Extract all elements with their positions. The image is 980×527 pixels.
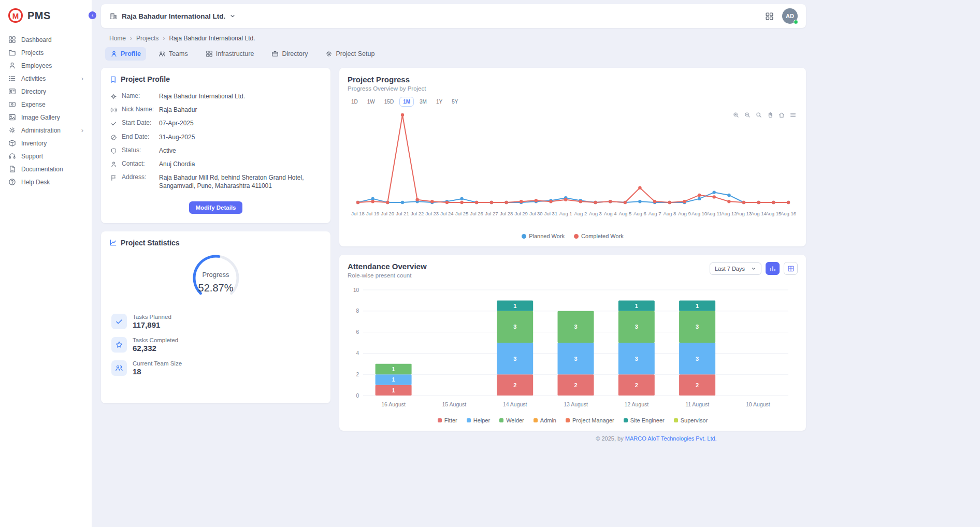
tab-directory[interactable]: Directory: [266, 47, 313, 61]
svg-text:Aug 6: Aug 6: [633, 211, 646, 216]
menu-icon[interactable]: [789, 111, 797, 119]
field-label: Nick Name:: [122, 106, 155, 113]
company-link[interactable]: MARCO AIoT Technologies Pvt. Ltd.: [625, 435, 717, 442]
legend-item[interactable]: Project Manager: [566, 417, 614, 423]
sidebar-item-inventory[interactable]: Inventory: [0, 137, 92, 150]
svg-text:Aug 12: Aug 12: [721, 211, 737, 216]
chart-toolbar: [732, 111, 797, 119]
svg-text:Aug 15: Aug 15: [766, 211, 781, 216]
svg-text:3: 3: [635, 356, 638, 362]
dashboard-icon: [8, 36, 16, 43]
sidebar-item-activities[interactable]: Activities ›: [0, 72, 92, 85]
team-icon: [111, 360, 127, 376]
progress-gauge: Progress 52.87%: [188, 252, 244, 306]
user-avatar[interactable]: AD: [782, 8, 798, 24]
company-name: Raja Bahadur International Ltd.: [122, 12, 225, 20]
tab-profile[interactable]: Profile: [105, 47, 146, 61]
progress-line-chart[interactable]: Jul 18Jul 19Jul 20Jul 21Jul 22Jul 23Jul …: [348, 109, 796, 229]
legend-label: Admin: [540, 417, 556, 423]
check-square-icon: [111, 314, 127, 329]
zoom-in-icon[interactable]: [732, 111, 740, 119]
legend-label: Completed Work: [581, 233, 624, 239]
sidebar: M PMS Dashboard Projects Employees Activ…: [0, 0, 92, 527]
table-view-button[interactable]: [784, 262, 798, 275]
range-15d-button[interactable]: 15D: [381, 97, 397, 107]
modify-details-button[interactable]: Modify Details: [189, 201, 243, 214]
svg-text:14 August: 14 August: [503, 401, 527, 407]
range-3m-button[interactable]: 3M: [416, 97, 430, 107]
help-icon: [8, 178, 16, 186]
home-icon[interactable]: [778, 111, 785, 119]
sidebar-item-dashboard[interactable]: Dashboard: [0, 33, 92, 46]
sidebar-item-directory[interactable]: Directory: [0, 85, 92, 98]
range-1d-button[interactable]: 1D: [348, 97, 362, 107]
tab-teams[interactable]: Teams: [153, 47, 193, 61]
svg-text:Aug 5: Aug 5: [618, 211, 631, 216]
legend-item[interactable]: Site Engineer: [624, 417, 665, 423]
range-1y-button[interactable]: 1Y: [433, 97, 446, 107]
sidebar-item-documentation[interactable]: Documentation: [0, 163, 92, 175]
stat-tasks-completed: Tasks Completed 62,332: [111, 337, 320, 353]
svg-text:1: 1: [392, 376, 395, 383]
svg-text:Jul 18: Jul 18: [351, 211, 364, 216]
app-logo[interactable]: M PMS: [0, 6, 92, 33]
legend-item[interactable]: Completed Work: [574, 233, 624, 239]
legend-item[interactable]: Helper: [467, 417, 490, 423]
sidebar-item-label: Employees: [21, 62, 83, 69]
legend-marker: [467, 418, 471, 422]
legend-item[interactable]: Supervisor: [674, 417, 708, 423]
range-1m-button[interactable]: 1M: [399, 97, 414, 107]
progress-legend: Planned WorkCompleted Work: [348, 233, 798, 239]
profile-field-address: Address: Raja Bahadur Mill Rd, behind Sh…: [109, 171, 322, 193]
legend-item[interactable]: Welder: [499, 417, 524, 423]
breadcrumb-home[interactable]: Home: [109, 35, 126, 42]
svg-text:Jul 21: Jul 21: [396, 211, 409, 216]
zoom-selection-icon[interactable]: [755, 111, 762, 119]
sidebar-collapse-button[interactable]: ‹: [88, 11, 97, 20]
svg-text:Aug 14: Aug 14: [751, 211, 767, 216]
pan-hand-icon[interactable]: [767, 111, 774, 119]
sidebar-item-projects[interactable]: Projects: [0, 46, 92, 59]
attendance-bar-chart: 024681016 August11115 August14 August233…: [348, 285, 796, 413]
field-label: Start Date:: [122, 119, 155, 126]
chevron-down-icon: [751, 266, 756, 271]
svg-text:10 August: 10 August: [746, 401, 770, 407]
svg-text:Jul 22: Jul 22: [411, 211, 424, 216]
sidebar-item-help-desk[interactable]: Help Desk: [0, 175, 92, 188]
stat-label: Tasks Planned: [133, 314, 171, 320]
legend-item[interactable]: Fitter: [438, 417, 457, 423]
date-range-select[interactable]: Last 7 Days: [710, 262, 761, 275]
svg-text:Aug 3: Aug 3: [589, 211, 602, 216]
copyright-text: © 2025, by: [596, 435, 625, 442]
svg-text:Aug 8: Aug 8: [663, 211, 676, 216]
svg-text:Jul 31: Jul 31: [544, 211, 557, 216]
sidebar-item-employees[interactable]: Employees: [0, 59, 92, 72]
legend-item[interactable]: Planned Work: [522, 233, 565, 239]
svg-text:1: 1: [696, 303, 699, 309]
bar-chart-view-button[interactable]: [766, 262, 780, 275]
svg-text:Jul 25: Jul 25: [455, 211, 468, 216]
zoom-out-icon[interactable]: [744, 111, 751, 119]
svg-text:15 August: 15 August: [442, 401, 467, 407]
company-selector[interactable]: Raja Bahadur International Ltd.: [109, 12, 236, 20]
check-icon: [110, 120, 118, 127]
range-5y-button[interactable]: 5Y: [448, 97, 462, 107]
svg-text:1: 1: [392, 366, 395, 372]
apps-grid-icon[interactable]: [765, 12, 774, 21]
sidebar-item-image-gallery[interactable]: Image Gallery: [0, 111, 92, 124]
tab-bar: Profile Teams Infrastructure Directory P…: [105, 47, 806, 61]
field-value: Active: [159, 147, 321, 155]
tab-project-setup[interactable]: Project Setup: [320, 47, 380, 61]
sidebar-item-administration[interactable]: Administration ›: [0, 124, 92, 137]
svg-text:Jul 30: Jul 30: [529, 211, 542, 216]
breadcrumb-projects[interactable]: Projects: [136, 35, 158, 42]
sidebar-item-support[interactable]: Support: [0, 150, 92, 163]
tab-infrastructure[interactable]: Infrastructure: [200, 47, 260, 61]
online-status-dot: [794, 20, 798, 24]
range-1w-button[interactable]: 1W: [364, 97, 379, 107]
sidebar-item-expense[interactable]: Expense: [0, 98, 92, 111]
box-icon: [8, 139, 16, 147]
legend-item[interactable]: Admin: [534, 417, 556, 423]
breadcrumb: Home › Projects › Raja Bahadur Internati…: [109, 35, 805, 42]
stat-value: 117,891: [133, 320, 171, 329]
